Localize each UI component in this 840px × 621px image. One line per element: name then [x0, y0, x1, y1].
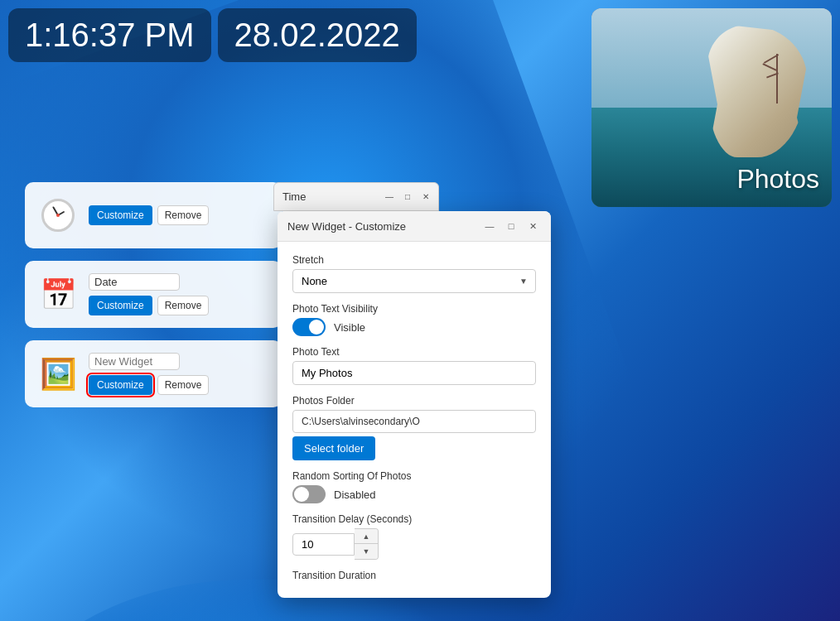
time-widget: 1:16:37 PM 28.02.2022 [8, 8, 417, 62]
photos-folder-label: Photos Folder [292, 395, 536, 407]
old-window-title: Time [282, 190, 306, 203]
new-widget-card: 🖼️ Customize Remove [25, 340, 282, 407]
photo-text-visible-label: Visible [334, 321, 365, 334]
date-customize-button[interactable]: Customize [89, 296, 152, 315]
new-widget-remove-button[interactable]: Remove [157, 375, 210, 395]
dialog-content: Stretch None Fill Uniform UniformToFill … [278, 242, 551, 598]
toggle-knob [309, 320, 324, 335]
date-remove-button[interactable]: Remove [157, 296, 210, 315]
stretch-select-wrapper: None Fill Uniform UniformToFill ▼ [292, 269, 536, 293]
photos-widget-label: Photos [736, 164, 819, 195]
dialog-maximize-button[interactable]: □ [503, 218, 519, 234]
spinner-buttons: ▲ ▼ [355, 528, 379, 560]
random-sorting-group: Random Sorting Of Photos Disabled [292, 470, 536, 503]
random-sorting-disabled-label: Disabled [334, 489, 376, 501]
widget-panel: Customize Remove 📅 Customize Remove 🖼️ C… [25, 182, 282, 407]
old-window-minimize[interactable]: — [384, 191, 395, 203]
photos-icon: 🖼️ [37, 354, 79, 395]
transition-delay-label: Transition Delay (Seconds) [292, 513, 536, 525]
transition-delay-group: Transition Delay (Seconds) ▲ ▼ [292, 513, 536, 560]
old-window: Time — □ ✕ [273, 182, 439, 211]
calendar-icon: 📅 [37, 274, 79, 315]
random-sorting-label: Random Sorting Of Photos [292, 470, 536, 482]
clock-widget-info: Customize Remove [89, 205, 269, 225]
stretch-field-group: Stretch None Fill Uniform UniformToFill … [292, 254, 536, 293]
random-sorting-knob [294, 487, 309, 502]
clock-widget-card: Customize Remove [25, 182, 282, 248]
dialog-controls: — □ ✕ [481, 218, 541, 234]
customize-dialog: New Widget - Customize — □ ✕ Stretch Non… [278, 211, 551, 598]
photo-text-visibility-group: Photo Text Visibility Visible [292, 303, 536, 336]
photo-text-label: Photo Text [292, 346, 536, 358]
dialog-title: New Widget - Customize [287, 220, 406, 233]
old-window-maximize[interactable]: □ [402, 191, 413, 203]
stretch-label: Stretch [292, 254, 536, 266]
photos-folder-path: C:\Users\alvinsecondary\O [292, 410, 536, 433]
new-widget-info: Customize Remove [89, 353, 269, 395]
clock-customize-button[interactable]: Customize [89, 205, 152, 225]
date-name-input[interactable] [89, 273, 180, 291]
new-widget-customize-button[interactable]: Customize [89, 375, 152, 395]
time-display: 1:16:37 PM [8, 8, 211, 62]
dialog-titlebar: New Widget - Customize — □ ✕ [278, 211, 551, 242]
dialog-close-button[interactable]: ✕ [524, 218, 541, 234]
date-widget-info: Customize Remove [89, 273, 269, 315]
photo-text-visibility-label: Photo Text Visibility [292, 303, 536, 315]
clock-remove-button[interactable]: Remove [157, 205, 210, 225]
photo-text-group: Photo Text [292, 346, 536, 385]
transition-delay-spinner: ▲ ▼ [292, 528, 400, 560]
old-window-close[interactable]: ✕ [420, 191, 432, 203]
date-widget-buttons: Customize Remove [89, 296, 269, 315]
transition-duration-label: Transition Duration [292, 570, 536, 585]
new-widget-buttons: Customize Remove [89, 375, 269, 395]
transition-delay-input[interactable] [292, 533, 355, 556]
new-widget-name-input[interactable] [89, 353, 180, 370]
random-sorting-toggle[interactable] [292, 485, 326, 503]
dialog-minimize-button[interactable]: — [481, 218, 498, 234]
date-widget-name [89, 273, 269, 291]
new-widget-name [89, 353, 269, 370]
stretch-select[interactable]: None Fill Uniform UniformToFill [292, 269, 536, 293]
photo-text-visibility-toggle[interactable] [292, 318, 326, 336]
date-display: 28.02.2022 [218, 8, 417, 62]
clock-widget-buttons: Customize Remove [89, 205, 269, 225]
photo-text-input[interactable] [292, 361, 536, 385]
spinner-up-button[interactable]: ▲ [355, 529, 378, 544]
random-sorting-row: Disabled [292, 485, 536, 503]
date-widget-card: 📅 Customize Remove [25, 261, 282, 328]
photos-widget: Photos [591, 8, 832, 207]
spinner-down-button[interactable]: ▼ [355, 544, 378, 559]
select-folder-button[interactable]: Select folder [292, 436, 375, 460]
photos-folder-group: Photos Folder C:\Users\alvinsecondary\O … [292, 395, 536, 460]
photo-text-visibility-row: Visible [292, 318, 536, 336]
clock-icon [37, 195, 79, 236]
old-window-controls: — □ ✕ [384, 191, 432, 203]
